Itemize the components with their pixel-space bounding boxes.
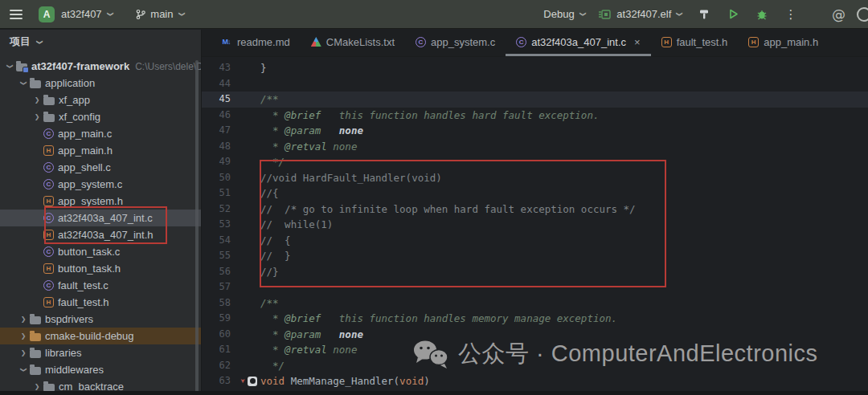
chevron-collapsed-icon[interactable]: ❯ [32,383,42,390]
code-line[interactable]: 62 */ [202,358,868,374]
line-number: 51 [202,185,231,202]
folder-icon [30,80,41,88]
tree-item[interactable]: ❯application [0,75,201,92]
hamburger-menu-icon[interactable] [10,10,23,19]
tree-item[interactable]: ❯bspdrivers [0,311,201,328]
tree-item[interactable]: ❯at32f407-frameworkC:\Users\dele\Deskt [0,58,201,75]
line-number: 46 [202,108,231,124]
gutter [231,264,260,280]
code-line[interactable]: 43} [202,60,868,76]
tab-label: fault_test.h [677,36,728,48]
editor-tab[interactable]: Capp_system.c [405,30,506,56]
tree-item[interactable]: ❯Capp_shell.c [0,159,201,176]
tree-item[interactable]: ❯xf_app [0,92,201,108]
editor-tab[interactable]: Cat32f403a_407_int.c× [506,30,650,56]
chevron-collapsed-icon[interactable]: ❯ [18,332,28,340]
code-line[interactable]: 60 * @param none [202,327,868,343]
tree-item[interactable]: ❯libraries [0,344,201,361]
chevron-expanded-icon[interactable]: ❯ [6,62,14,71]
run-button[interactable] [724,6,742,23]
code-line[interactable]: 58/** [202,295,868,312]
build-type-selector[interactable]: Debug ❯ [543,8,587,20]
more-options-icon[interactable]: ⋮ [782,6,800,23]
tree-item[interactable]: ❯Cbutton_task.c [0,243,201,260]
code-line[interactable]: 59 * @brief this function handles memory… [202,311,868,327]
editor-tab[interactable]: M↓readme.md [210,30,301,56]
code-line[interactable]: 44 [202,76,868,92]
line-number: 52 [202,202,231,218]
project-panel: 项目 ❯ ❯at32f407-frameworkC:\Users\dele\De… [0,30,201,395]
code-line[interactable]: 63➤void MemManage_Handler(void) [202,373,868,389]
code-line[interactable]: 57 [202,279,868,295]
code-line[interactable]: 45/** [202,92,868,108]
mention-spiral-icon[interactable]: @ [832,6,845,22]
code-line[interactable]: 51//{ [202,185,868,202]
folder-icon [30,316,41,324]
code-text: /** [260,295,868,312]
tree-item-label: app_main.h [58,145,113,157]
code-line[interactable]: 50//void HardFault_Handler(void) [202,170,868,186]
tree-item[interactable]: ❯middlewares [0,361,201,378]
code-editor[interactable]: 43}4445/**46 * @brief this function hand… [202,57,868,395]
code-line[interactable]: 52// /* go to infinite loop when hard fa… [202,202,868,218]
code-line[interactable]: 55// } [202,248,868,264]
avatar[interactable] [857,7,868,22]
h-file-icon: H [43,263,54,274]
folder-icon [43,97,55,105]
chevron-collapsed-icon[interactable]: ❯ [32,113,42,120]
tree-item[interactable]: ❯Hbutton_task.h [0,260,201,277]
gutter-marker-icon[interactable] [248,377,257,386]
branch-selector[interactable]: main ❯ [135,8,186,20]
gutter [231,248,260,264]
chevron-expanded-icon[interactable]: ❯ [20,365,27,375]
tree-item[interactable]: ❯Cfault_test.c [0,277,201,294]
debug-button[interactable] [753,6,771,23]
build-hammer-icon[interactable] [695,6,713,23]
editor-tab[interactable]: Happ_main.h [738,30,829,56]
tree-item-label: app_system.h [58,195,123,207]
code-line[interactable]: 53// while(1) [202,217,868,233]
code-line[interactable]: 46 * @brief this function handles hard f… [202,108,868,124]
code-line[interactable]: 49 */ [202,154,868,170]
tree-item[interactable]: ❯Happ_main.h [0,142,201,159]
tree-item[interactable]: ❯Capp_system.c [0,176,201,193]
tree-item[interactable]: ❯Happ_system.h [0,193,201,210]
tree-item[interactable]: ❯Hfault_test.h [0,294,201,311]
chevron-collapsed-icon[interactable]: ❯ [18,349,28,356]
tab-bar: M↓readme.mdCMakeLists.txtCapp_system.cCa… [202,30,868,57]
folder-icon [43,114,55,122]
editor-tab[interactable]: CMakeLists.txt [301,30,405,56]
tree-item-label: at32f407-framework [31,60,129,72]
project-panel-header[interactable]: 项目 ❯ [0,30,201,54]
tree-item[interactable]: ❯Hat32f403a_407_int.h [0,226,201,243]
tree-item[interactable]: ❯xf_config [0,108,201,125]
gutter [231,92,260,108]
code-text: */ [260,154,868,170]
run-configuration-selector[interactable]: at32f407.elf ❯ [598,8,684,21]
close-icon[interactable]: × [634,36,641,48]
code-line[interactable]: 54// { [202,233,868,249]
c-file-icon: C [43,213,54,223]
tree-item-label: button_task.h [58,263,121,275]
navigate-arrow-icon[interactable]: ➤ [238,378,247,384]
c-file-icon: C [43,179,54,189]
gutter [231,311,260,327]
project-selector[interactable]: at32f407 ❯ [61,8,114,20]
tab-label: at32f403a_407_int.c [531,36,626,48]
code-line[interactable]: 61 * @retval none [202,342,868,358]
chevron-expanded-icon[interactable]: ❯ [20,79,27,88]
tree-scrollbar[interactable] [195,60,199,395]
tree-item[interactable]: ❯Capp_main.c [0,125,201,142]
code-line[interactable]: 56//} [202,264,868,280]
line-number: 50 [202,170,231,186]
chevron-collapsed-icon[interactable]: ❯ [18,316,28,323]
chevron-collapsed-icon[interactable]: ❯ [32,96,42,104]
editor-tab[interactable]: Hfault_test.h [651,30,739,56]
line-number: 63 [202,373,231,389]
code-line[interactable]: 48 * @retval none [202,139,868,155]
code-text [260,279,868,295]
h-file-icon: H [43,145,54,156]
code-line[interactable]: 47 * @param none [202,123,868,139]
tree-item[interactable]: ❯cmake-build-debug [0,328,201,344]
tree-item[interactable]: ❯Cat32f403a_407_int.c [0,210,201,226]
